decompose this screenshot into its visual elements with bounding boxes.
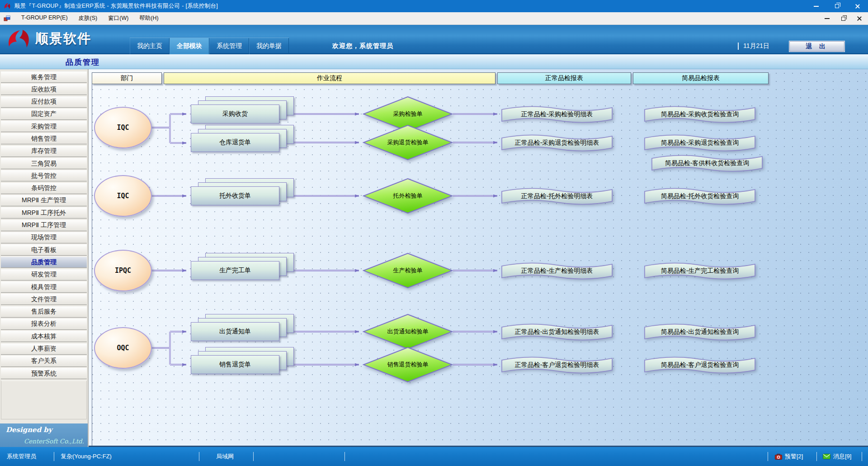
- sidebar-item-shopfloor[interactable]: 现场管理: [1, 232, 87, 243]
- status-workstation: 复杂(Young-PC:FZ): [61, 447, 112, 466]
- status-separator: [199, 452, 199, 461]
- exit-button[interactable]: 退 出: [789, 41, 844, 52]
- column-header-simple-reports: 简易品检报表: [633, 72, 769, 84]
- report-purchase-inspection-detail[interactable]: 正常品检-采购检验明细表: [501, 104, 613, 126]
- column-header-normal-reports: 正常品检报表: [497, 72, 631, 84]
- sidebar-item-costing[interactable]: 成本核算: [1, 331, 87, 342]
- tab-system-admin[interactable]: 系统管理: [209, 38, 249, 54]
- sidebar-item-rnd[interactable]: 研发管理: [1, 269, 87, 281]
- sidebar-item-triangle-trade[interactable]: 三角贸易: [1, 158, 87, 169]
- module-nav: 账务管理 应收款项 应付款项 固定资产 采购管理 销售管理 库存管理 三角贸易 …: [1, 71, 87, 419]
- report-production-inspection-detail[interactable]: 正常品检-生产检验明细表: [501, 260, 613, 283]
- sidebar-item-lot-control[interactable]: 批号管控: [1, 170, 87, 181]
- menu-window[interactable]: 窗口(W): [104, 13, 133, 24]
- query-shipping-notice-inspection[interactable]: 简易品检-出货通知检验查询: [644, 321, 756, 344]
- report-purchase-return-inspection-detail[interactable]: 正常品检-采购退货检验明细表: [501, 132, 613, 155]
- sidebar-item-mrp2-production[interactable]: MRPⅡ 生产管理: [1, 195, 87, 206]
- sidebar-item-e-kanban[interactable]: 电子看板: [1, 244, 87, 256]
- query-purchase-receipt-inspection[interactable]: 简易品检-采购收货检验查询: [644, 104, 756, 126]
- status-separator: [253, 452, 254, 461]
- query-customer-supplied-receipt-inspection[interactable]: 简易品检-客供料收货检验查询: [651, 152, 763, 175]
- dept-ellipse-oqc: OQC: [94, 327, 152, 369]
- sidebar-empty-panel: [1, 380, 87, 419]
- sidebar-item-inventory[interactable]: 库存管理: [1, 146, 87, 157]
- flow-doc-shipping-notice[interactable]: 出货通知单: [191, 322, 279, 341]
- sidebar-item-sales[interactable]: 销售管理: [1, 133, 87, 144]
- doc-label: 托外收货单: [191, 186, 279, 205]
- status-alerts[interactable]: 预警[2]: [775, 447, 803, 466]
- canvas-left-guide-line: [92, 73, 92, 446]
- flow-doc-outsource-receipt[interactable]: 托外收货单: [191, 186, 279, 205]
- status-user: 系统管理员: [7, 447, 36, 466]
- flow-doc-warehouse-return[interactable]: 仓库退货单: [191, 133, 279, 152]
- alerts-label: 预警[2]: [785, 452, 803, 461]
- mdi-close-button[interactable]: [854, 14, 864, 23]
- report-customer-return-inspection-detail[interactable]: 正常品检-客户退货检验明细表: [501, 354, 613, 377]
- flow-doc-sales-return[interactable]: 销售退货单: [191, 355, 279, 374]
- alert-icon: [775, 454, 782, 460]
- flow-check-production-inspection[interactable]: 生产检验单: [363, 253, 453, 288]
- diamond-label: 出货通知检验单: [363, 314, 453, 349]
- report-label: 正常品检-采购检验明细表: [501, 104, 613, 126]
- flow-check-outsource-inspection[interactable]: 托外检验单: [363, 178, 453, 214]
- report-shipping-inspection-detail[interactable]: 正常品检-出货通知检验明细表: [501, 321, 613, 344]
- sidebar-item-mrp2-process[interactable]: MRPⅡ 工序管理: [1, 220, 87, 231]
- dept-ellipse-iqc-2: IQC: [94, 175, 152, 217]
- window-close-button[interactable]: [847, 0, 868, 12]
- tab-my-documents[interactable]: 我的单据: [249, 38, 289, 54]
- flow-check-sales-return-inspection[interactable]: 销售退货检验单: [363, 347, 453, 382]
- query-purchase-return-inspection[interactable]: 简易品检-采购退货检验查询: [644, 132, 756, 155]
- window-title: 顺景『T-GROUP』制造业ERP系统 - 东莞顺景软件科技有限公司 - [系统…: [14, 2, 218, 10]
- doc-label: 仓库退货单: [191, 133, 279, 152]
- sidebar-item-after-sales[interactable]: 售后服务: [1, 306, 87, 318]
- sidebar-item-fixed-assets[interactable]: 固定资产: [1, 109, 87, 120]
- query-outsource-receipt-inspection[interactable]: 简易品检-托外收货检验查询: [644, 185, 756, 208]
- tab-all-modules[interactable]: 全部模块: [170, 38, 209, 54]
- flow-doc-purchase-receipt[interactable]: 采购收货: [191, 105, 279, 124]
- sidebar-item-alert-system[interactable]: 预警系统: [1, 368, 87, 379]
- sidebar-item-crm[interactable]: 客户关系: [1, 356, 87, 367]
- sidebar-item-documents[interactable]: 文件管理: [1, 294, 87, 305]
- restore-icon: [841, 17, 845, 21]
- sidebar-item-purchasing[interactable]: 采购管理: [1, 121, 87, 132]
- flow-doc-production-completion[interactable]: 生产完工单: [191, 261, 279, 280]
- query-production-completion-inspection[interactable]: 简易品检-生产完工检验查询: [644, 260, 756, 283]
- sidebar-item-hr-payroll[interactable]: 人事薪资: [1, 343, 87, 355]
- flow-check-shipping-inspection[interactable]: 出货通知检验单: [363, 314, 453, 349]
- flow-check-purchase-return-inspection[interactable]: 采购退货检验单: [363, 125, 453, 160]
- minimize-icon: [825, 18, 830, 19]
- module-title-bar: 品质管理: [0, 54, 868, 69]
- status-messages[interactable]: 消息[9]: [823, 447, 851, 466]
- status-bar: 系统管理员 复杂(Young-PC:FZ) 局域网 预警[2] 消息[9]: [0, 447, 868, 466]
- report-outsource-inspection-detail[interactable]: 正常品检-托外检验明细表: [501, 185, 613, 208]
- report-label: 正常品检-生产检验明细表: [501, 260, 613, 283]
- tab-my-home[interactable]: 我的主页: [130, 38, 170, 54]
- sidebar-item-quality[interactable]: 品质管理: [1, 257, 87, 268]
- main-tabs: 我的主页 全部模块 系统管理 我的单据: [130, 38, 289, 54]
- query-customer-return-inspection[interactable]: 简易品检-客户退货检验查询: [644, 354, 756, 377]
- sidebar-item-accounting[interactable]: 账务管理: [1, 71, 87, 83]
- module-sidebar: 账务管理 应收款项 应付款项 固定资产 采购管理 销售管理 库存管理 三角贸易 …: [0, 69, 89, 447]
- close-icon: [857, 16, 862, 21]
- menu-tgroup-erp[interactable]: T-GROUP ERP(E): [17, 13, 72, 24]
- sidebar-item-mrp2-outsourcing[interactable]: MRPⅡ 工序托外: [1, 207, 87, 219]
- sidebar-item-mold[interactable]: 模具管理: [1, 281, 87, 293]
- sidebar-item-payables[interactable]: 应付款项: [1, 96, 87, 108]
- brand-logo-icon: [5, 29, 32, 49]
- window-restore-button[interactable]: [826, 0, 847, 12]
- sidebar-item-receivables[interactable]: 应收款项: [1, 84, 87, 95]
- menu-skin[interactable]: 皮肤(S): [74, 13, 102, 24]
- mdi-minimize-button[interactable]: [822, 14, 832, 23]
- menu-help[interactable]: 帮助(H): [135, 13, 163, 24]
- mdi-restore-button[interactable]: [838, 14, 848, 23]
- app-logo-icon: [4, 3, 11, 10]
- query-label: 简易品检-客供料收货检验查询: [651, 152, 763, 175]
- window-minimize-button[interactable]: [806, 0, 826, 12]
- designed-by-text: Designed by: [6, 426, 52, 434]
- header-banner: 顺景软件 我的主页 全部模块 系统管理 我的单据 欢迎您，系统管理员 11月21…: [0, 25, 868, 54]
- report-label: 正常品检-采购退货检验明细表: [501, 132, 613, 155]
- sidebar-item-barcode-control[interactable]: 条码管控: [1, 183, 87, 194]
- welcome-text: 欢迎您，系统管理员: [332, 38, 393, 54]
- query-label: 简易品检-出货通知检验查询: [644, 321, 756, 344]
- sidebar-item-report-analysis[interactable]: 报表分析: [1, 319, 87, 330]
